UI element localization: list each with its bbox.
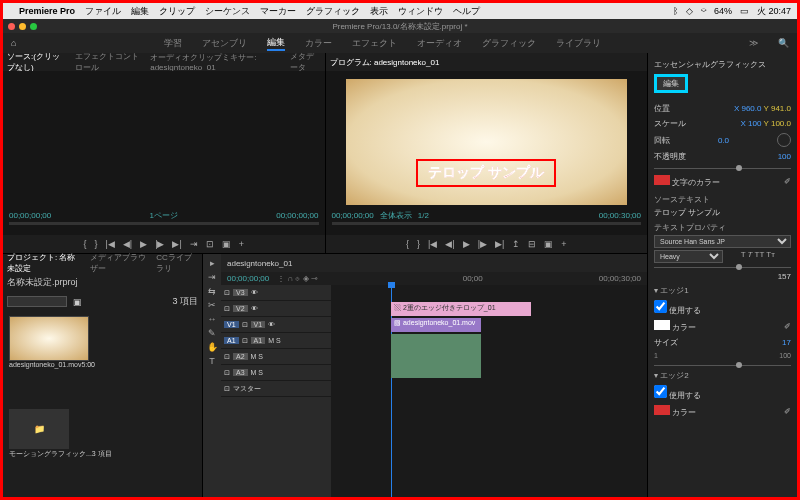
clip-name-2[interactable]: モーショングラフィック...: [9, 449, 92, 459]
btn-p-mark-in[interactable]: {: [406, 239, 409, 249]
minimize-window[interactable]: [19, 23, 26, 30]
telop-text[interactable]: テロップ サンプル: [428, 164, 544, 180]
edge1-size[interactable]: 17: [782, 338, 791, 347]
source-text-val[interactable]: テロップ サンプル: [654, 207, 791, 218]
opacity-slider[interactable]: [654, 168, 791, 169]
timeline-tc[interactable]: 00;00;00;00: [227, 274, 269, 283]
ws-audio[interactable]: オーディオ: [417, 37, 462, 50]
btn-p-step-fwd[interactable]: |▶: [478, 239, 487, 249]
menu-help[interactable]: ヘルプ: [453, 5, 480, 18]
clock[interactable]: 火 20:47: [757, 5, 791, 18]
btn-p-mark-out[interactable]: }: [417, 239, 420, 249]
wifi-icon[interactable]: ⌔: [701, 6, 706, 16]
ws-overflow-icon[interactable]: ≫: [749, 38, 758, 48]
tab-metadata[interactable]: メタデータ: [290, 51, 320, 73]
clip-name-1[interactable]: adesigntoneko_01.mov: [9, 361, 81, 368]
btn-goto-in[interactable]: |◀: [105, 239, 114, 249]
tool-slip[interactable]: ↔: [208, 314, 217, 324]
src-v1[interactable]: V1: [224, 321, 239, 328]
tab-audio-mixer[interactable]: オーディオクリップミキサー: adesigntoneko_01: [150, 52, 282, 72]
menu-window[interactable]: ウィンドウ: [398, 5, 443, 18]
edge2-color-swatch[interactable]: [654, 405, 670, 415]
font-size-slider[interactable]: [654, 267, 791, 268]
menu-graphic[interactable]: グラフィック: [306, 5, 360, 18]
tool-hand[interactable]: ✋: [207, 342, 218, 352]
btn-p-goto-in[interactable]: |◀: [428, 239, 437, 249]
btn-export-frame[interactable]: ▣: [222, 239, 231, 249]
track-v3[interactable]: V3: [233, 289, 248, 296]
tracks-area[interactable]: ▧ 2重のエッジ付きテロップ_01 ▧ adesigntoneko_01.mov: [331, 285, 647, 497]
tool-track-select[interactable]: ⇥: [208, 272, 216, 282]
btn-mark-in[interactable]: {: [83, 239, 86, 249]
lbl-edge2[interactable]: エッジ2: [660, 371, 688, 380]
edge1-eyedropper-icon[interactable]: ✐: [784, 322, 791, 331]
close-window[interactable]: [8, 23, 15, 30]
rot-dial-icon[interactable]: [777, 133, 791, 147]
search-icon[interactable]: 🔍: [778, 38, 789, 48]
source-tc-in[interactable]: 00;00;00;00: [9, 211, 51, 220]
text-color-swatch[interactable]: [654, 175, 670, 185]
bluetooth-icon[interactable]: ᛒ: [673, 6, 678, 16]
eg-tab-edit[interactable]: 編集: [654, 74, 688, 93]
tab-source[interactable]: ソース:(クリップなし): [7, 51, 67, 73]
btn-overwrite[interactable]: ⊡: [206, 239, 214, 249]
tab-program[interactable]: プログラム: adesigntoneko_01: [330, 57, 440, 68]
edge1-color-swatch[interactable]: [654, 320, 670, 330]
ws-edit[interactable]: 編集: [267, 36, 285, 51]
program-ruler[interactable]: [332, 222, 642, 225]
btn-goto-out[interactable]: ▶|: [172, 239, 181, 249]
btn-p-extract[interactable]: ⊟: [528, 239, 536, 249]
btn-p-step-back[interactable]: ◀|: [445, 239, 454, 249]
sequence-tab[interactable]: adesigntoneko_01: [227, 259, 292, 268]
program-preview[interactable]: テロップ サンプル: [346, 79, 628, 205]
menu-sequence[interactable]: シーケンス: [205, 5, 250, 18]
track-a2[interactable]: A2: [233, 353, 248, 360]
edge1-use[interactable]: 使用する: [654, 300, 701, 316]
menu-view[interactable]: 表示: [370, 5, 388, 18]
font-weight[interactable]: Heavy: [654, 250, 723, 263]
tab-media-browser[interactable]: メディアブラウザー: [90, 252, 148, 274]
scale-x[interactable]: X 100: [741, 119, 762, 128]
menu-edit[interactable]: 編集: [131, 5, 149, 18]
pos-x[interactable]: X 960.0: [734, 104, 762, 113]
track-v2-toggle[interactable]: ⊡: [224, 305, 230, 313]
track-v3-toggle[interactable]: ⊡: [224, 289, 230, 297]
folder-thumb[interactable]: 📁: [9, 409, 69, 449]
clip-video[interactable]: ▧ adesigntoneko_01.mov: [391, 318, 481, 332]
font-size-val[interactable]: 157: [654, 272, 791, 281]
btn-p-plus[interactable]: +: [561, 239, 566, 249]
btn-step-fwd[interactable]: |▶: [155, 239, 164, 249]
app-name[interactable]: Premiere Pro: [19, 6, 75, 16]
clip-audio[interactable]: [391, 334, 481, 378]
btn-mark-out[interactable]: }: [94, 239, 97, 249]
ws-color[interactable]: カラー: [305, 37, 332, 50]
btn-p-export[interactable]: ▣: [544, 239, 553, 249]
program-scale[interactable]: 1/2: [418, 211, 429, 220]
ws-learn[interactable]: 学習: [164, 37, 182, 50]
btn-p-lift[interactable]: ↥: [512, 239, 520, 249]
clip-telop[interactable]: ▧ 2重のエッジ付きテロップ_01: [391, 302, 531, 316]
btn-p-goto-out[interactable]: ▶|: [495, 239, 504, 249]
rot-val[interactable]: 0.0: [718, 136, 729, 145]
clip-thumb-1[interactable]: [9, 316, 89, 361]
pos-y[interactable]: Y 941.0: [764, 104, 791, 113]
project-search[interactable]: [7, 296, 67, 307]
track-a1[interactable]: A1: [251, 337, 266, 344]
menu-file[interactable]: ファイル: [85, 5, 121, 18]
source-page[interactable]: 1ページ: [150, 210, 178, 221]
src-a1[interactable]: A1: [224, 337, 239, 344]
program-tc-right[interactable]: 00;00:30;00: [599, 211, 641, 220]
tab-project[interactable]: プロジェクト: 名称未設定: [7, 252, 82, 274]
btn-p-play[interactable]: ▶: [463, 239, 470, 249]
lbl-edge1[interactable]: エッジ1: [660, 286, 688, 295]
btn-plus[interactable]: +: [239, 239, 244, 249]
tab-effect-controls[interactable]: エフェクトコントロール: [75, 51, 142, 73]
edge2-eyedropper-icon[interactable]: ✐: [784, 407, 791, 416]
bin-icon[interactable]: ▣: [73, 297, 82, 307]
ws-library[interactable]: ライブラリ: [556, 37, 601, 50]
source-ruler[interactable]: [9, 222, 319, 225]
tool-selection[interactable]: ▸: [210, 258, 215, 268]
track-master[interactable]: マスター: [233, 384, 261, 394]
tool-ripple[interactable]: ⇆: [208, 286, 216, 296]
ws-effects[interactable]: エフェクト: [352, 37, 397, 50]
